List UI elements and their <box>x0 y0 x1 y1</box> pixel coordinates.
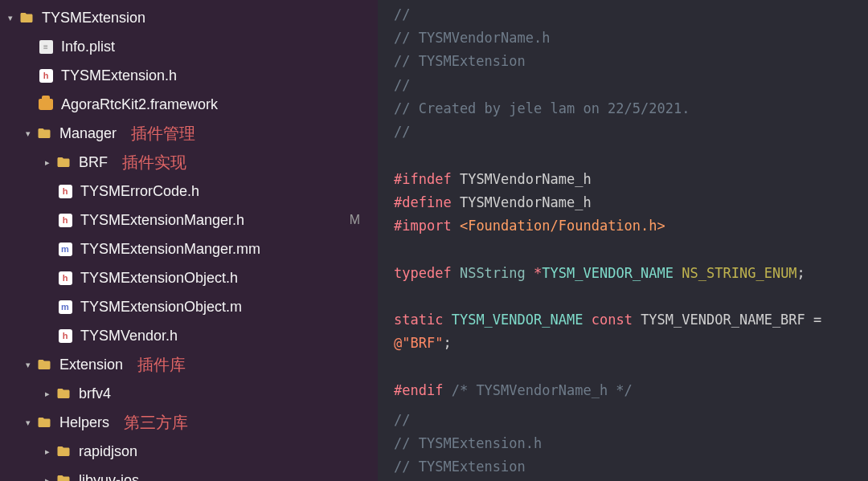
folder-manager[interactable]: ▾ Manager 插件管理 <box>0 119 378 148</box>
code-line: // <box>394 120 868 144</box>
chevron-right-icon[interactable]: ▸ <box>42 389 53 399</box>
code-line: #endif /* TYSMVendorName_h */ <box>394 379 868 402</box>
folder-icon <box>55 155 72 169</box>
code-line: #ifndef TYSMVendorName_h <box>394 168 868 191</box>
file-tysmextension-h[interactable]: h TYSMExtension.h <box>0 61 378 90</box>
file-agora-framework[interactable]: AgoraRtcKit2.framework <box>0 90 378 119</box>
code-line: #import <Foundation/Foundation.h> <box>394 214 868 238</box>
folder-label: Manager <box>59 125 117 142</box>
impl-file-icon: m <box>56 300 74 314</box>
header-file-icon: h <box>56 271 74 285</box>
folder-label: rapidjson <box>79 443 137 460</box>
code-line: // <box>394 74 868 97</box>
file-label: TYSMExtension.h <box>61 67 177 84</box>
file-errorcode-h[interactable]: h TYSMErrorCode.h <box>0 177 378 206</box>
plist-icon: ≡ <box>37 40 55 54</box>
code-line: // Created by jele lam on 22/5/2021. <box>394 97 868 120</box>
chevron-right-icon[interactable]: ▸ <box>42 446 53 457</box>
code-line: #define TYSMVendorName_h <box>394 191 868 214</box>
header-file-icon: h <box>56 185 74 198</box>
folder-brfv4[interactable]: ▸ brfv4 <box>0 379 378 408</box>
folder-icon <box>55 386 72 401</box>
chevron-down-icon[interactable]: ▾ <box>5 13 16 23</box>
file-label: TYSMExtensionManger.h <box>80 212 244 229</box>
code-line: // TYSMExtension <box>394 50 868 73</box>
file-vendor-h[interactable]: h TYSMVendor.h <box>0 321 378 350</box>
file-info-plist[interactable]: ≡ Info.plist <box>0 32 378 61</box>
file-label: AgoraRtcKit2.framework <box>61 96 218 113</box>
folder-helpers[interactable]: ▾ Helpers 第三方库 <box>0 408 378 437</box>
file-label: TYSMExtensionManger.mm <box>80 241 260 258</box>
chevron-down-icon[interactable]: ▾ <box>23 128 34 139</box>
file-extmanager-h[interactable]: h TYSMExtensionManger.h M <box>0 206 378 234</box>
folder-label: Extension <box>59 357 123 373</box>
code-blank-line <box>394 238 868 261</box>
file-label: TYSMExtensionObject.m <box>80 299 242 316</box>
folder-root[interactable]: ▾ TYSMExtension <box>0 3 378 32</box>
vcs-modified-badge: M <box>350 213 360 227</box>
folder-label: BRF <box>79 154 108 171</box>
file-extobject-m[interactable]: m TYSMExtensionObject.m <box>0 292 378 321</box>
folder-label: TYSMExtension <box>42 10 145 26</box>
code-editor-split: // // TYSMVendorName.h // TYSMExtension … <box>378 0 868 481</box>
annotation-label: 插件库 <box>137 354 186 376</box>
folder-icon <box>35 415 53 430</box>
code-blank-line <box>394 144 868 167</box>
file-label: Info.plist <box>61 39 115 55</box>
folder-rapidjson[interactable]: ▸ rapidjson <box>0 437 378 466</box>
folder-icon <box>55 473 72 481</box>
code-line: // TYSMExtension.h <box>394 432 868 455</box>
code-line: // <box>394 3 868 26</box>
annotation-label: 第三方库 <box>124 412 188 434</box>
folder-icon <box>55 444 72 459</box>
folder-libyuv[interactable]: ▸ libyuv-ios <box>0 466 378 481</box>
file-extmanager-mm[interactable]: m TYSMExtensionManger.mm <box>0 234 378 263</box>
file-label: TYSMVendor.h <box>80 328 178 344</box>
folder-label: libyuv-ios <box>79 472 139 482</box>
folder-icon <box>35 126 53 141</box>
code-line: // <box>394 409 868 432</box>
folder-icon <box>18 10 35 25</box>
folder-icon <box>35 357 53 372</box>
annotation-label: 插件管理 <box>131 123 195 145</box>
code-line: static TYSM_VENDOR_NAME const TYSM_VENDO… <box>394 308 868 355</box>
header-file-icon: h <box>37 69 55 83</box>
chevron-right-icon[interactable]: ▸ <box>42 475 53 482</box>
folder-label: brfv4 <box>79 385 111 402</box>
file-label: TYSMExtensionObject.h <box>80 270 238 287</box>
folder-extension[interactable]: ▾ Extension 插件库 <box>0 350 378 379</box>
code-line: // TYSMVendorName.h <box>394 26 868 50</box>
header-file-icon: h <box>56 214 74 227</box>
chevron-right-icon[interactable]: ▸ <box>42 157 53 168</box>
file-navigator[interactable]: ▾ TYSMExtension ≡ Info.plist h TYSMExten… <box>0 0 378 481</box>
file-extobject-h[interactable]: h TYSMExtensionObject.h <box>0 263 378 292</box>
editor-pane-bottom[interactable]: // // TYSMExtension.h // TYSMExtension /… <box>378 406 868 481</box>
header-file-icon: h <box>56 329 74 343</box>
code-blank-line <box>394 285 868 308</box>
code-line: // TYSMExtension <box>394 455 868 479</box>
editor-pane-top[interactable]: // // TYSMVendorName.h // TYSMExtension … <box>378 0 868 406</box>
file-label: TYSMErrorCode.h <box>80 183 199 200</box>
annotation-label: 插件实现 <box>122 152 186 173</box>
code-blank-line <box>394 356 868 379</box>
code-line: typedef NSString *TYSM_VENDOR_NAME NS_ST… <box>394 262 868 285</box>
chevron-down-icon[interactable]: ▾ <box>23 360 34 370</box>
folder-brf[interactable]: ▸ BRF 插件实现 <box>0 148 378 177</box>
impl-file-icon: m <box>56 243 74 256</box>
chevron-down-icon[interactable]: ▾ <box>23 418 34 428</box>
framework-icon <box>37 99 55 110</box>
folder-label: Helpers <box>59 414 109 431</box>
